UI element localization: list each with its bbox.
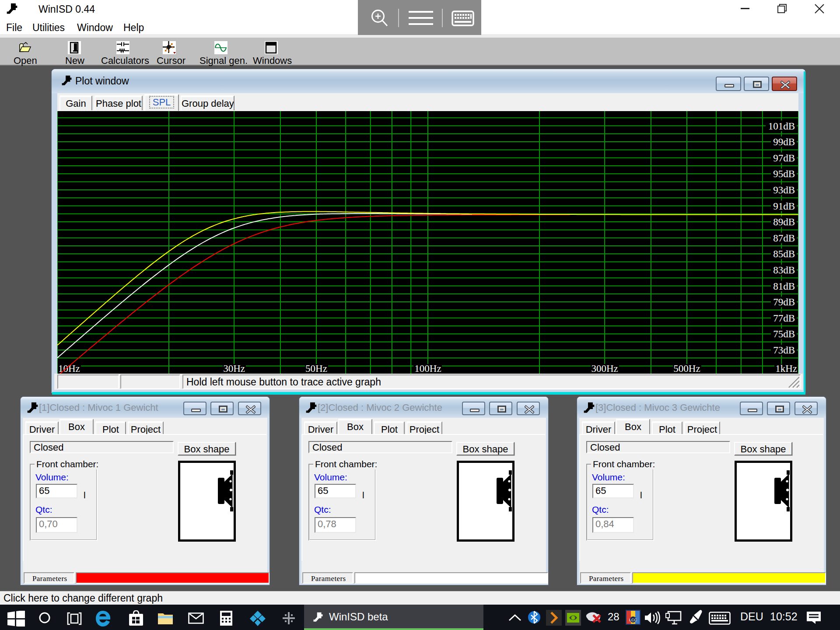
- svg-text:87dB: 87dB: [773, 233, 795, 244]
- svg-text:75dB: 75dB: [773, 329, 795, 340]
- svg-text:30Hz: 30Hz: [223, 363, 245, 374]
- svg-text:85dB: 85dB: [773, 248, 795, 259]
- svg-text:89dB: 89dB: [773, 217, 795, 228]
- svg-text:50Hz: 50Hz: [305, 363, 327, 374]
- svg-text:LCC: LCC: [629, 618, 637, 622]
- svg-text:97dB: 97dB: [773, 153, 795, 164]
- svg-text:77dB: 77dB: [773, 313, 795, 324]
- svg-text:95dB: 95dB: [773, 168, 795, 179]
- svg-text:500Hz: 500Hz: [673, 363, 700, 374]
- svg-text:79dB: 79dB: [773, 297, 795, 308]
- svg-text:73dB: 73dB: [773, 345, 795, 356]
- svg-text:1kHz: 1kHz: [775, 363, 797, 374]
- svg-text:93dB: 93dB: [773, 185, 795, 196]
- svg-text:83dB: 83dB: [773, 265, 795, 276]
- svg-text:91dB: 91dB: [773, 201, 795, 212]
- svg-text:100Hz: 100Hz: [414, 363, 441, 374]
- svg-text:101dB: 101dB: [768, 121, 795, 132]
- svg-text:81dB: 81dB: [773, 281, 795, 292]
- svg-text:300Hz: 300Hz: [591, 363, 618, 374]
- svg-text:99dB: 99dB: [773, 136, 795, 147]
